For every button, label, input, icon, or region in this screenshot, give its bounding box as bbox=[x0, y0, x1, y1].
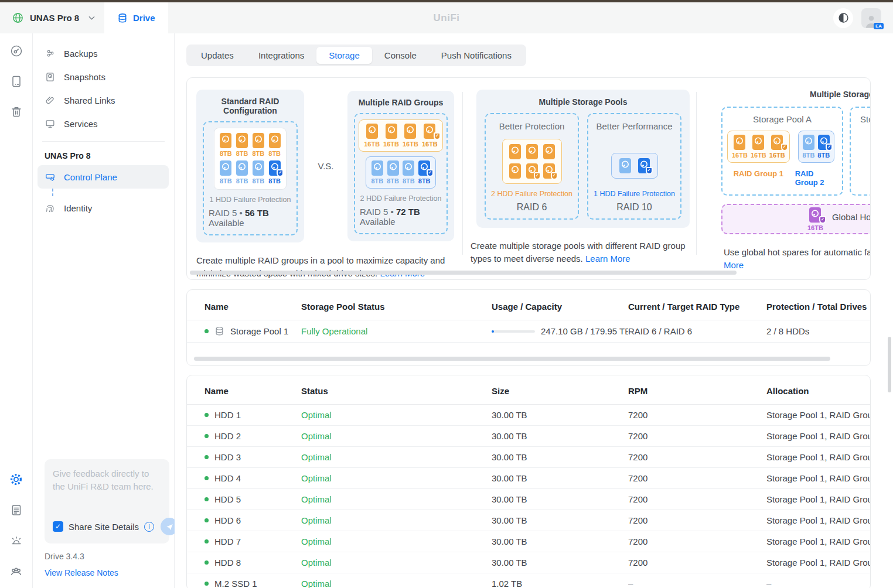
global-hot-spare-panel: Multiple Storage Pools Storage Pool A 16… bbox=[697, 78, 871, 279]
drive-table-row[interactable]: HDD 7Optimal30.00 TB7200Storage Pool 1, … bbox=[187, 531, 870, 552]
drive-allocation: Storage Pool 1, RAID Group 1 bbox=[766, 515, 870, 525]
drive-status: Optimal bbox=[301, 558, 492, 568]
drive-table-row[interactable]: HDD 1Optimal30.00 TB7200Storage Pool 1, … bbox=[187, 405, 870, 426]
drive-table-row[interactable]: M.2 SSD 1Optimal1.02 TB–– bbox=[187, 573, 870, 588]
orange-raid-group: 16TB16TB16TB✓16TB bbox=[359, 119, 443, 152]
drive-icon bbox=[543, 144, 555, 159]
vertical-scrollbar[interactable] bbox=[888, 337, 891, 392]
drive-table-row[interactable]: HDD 5Optimal30.00 TB7200Storage Pool 1, … bbox=[187, 489, 870, 510]
usage-value: 247.10 GB / 179.95 TB bbox=[541, 326, 628, 336]
drive-table-row[interactable]: HDD 3Optimal30.00 TB7200Storage Pool 1, … bbox=[187, 447, 870, 468]
console-switcher[interactable]: UNAS Pro 8 bbox=[0, 12, 104, 24]
raid-type-label: RAID 6 bbox=[517, 202, 547, 213]
feedback-box[interactable]: Give feedback directly to the UniFi R&D … bbox=[45, 459, 169, 543]
share-nodes-icon bbox=[45, 48, 56, 59]
drive-allocation: Storage Pool 1, RAID Group 1 bbox=[766, 494, 870, 504]
usage-progress-bar bbox=[492, 330, 535, 333]
drive-name: HDD 3 bbox=[214, 452, 241, 462]
capacity-label: RAID 5 • 72 TB Available bbox=[360, 207, 442, 227]
globe-icon bbox=[12, 12, 24, 24]
drive-icon bbox=[619, 158, 631, 173]
share-site-label: Share Site Details bbox=[69, 522, 139, 532]
sidebar: Backups Snapshots Shared Links bbox=[33, 33, 175, 588]
drive-rpm: 7200 bbox=[628, 473, 766, 483]
drives-table-header: Name Status Size RPM Allocation bbox=[187, 386, 870, 405]
users-group-icon[interactable] bbox=[9, 564, 23, 579]
tab-console[interactable]: Console bbox=[372, 47, 429, 64]
pool-table-row[interactable]: Storage Pool 1 Fully Operational 247.10 … bbox=[187, 320, 870, 343]
tab-integrations[interactable]: Integrations bbox=[246, 47, 316, 64]
sidebar-item-control-plane[interactable]: Control Plane bbox=[38, 165, 169, 189]
chevron-down-icon[interactable] bbox=[88, 16, 95, 20]
theme-toggle-button[interactable] bbox=[833, 8, 853, 28]
drive-icon: 16TB bbox=[364, 124, 380, 148]
settings-gear-icon[interactable] bbox=[9, 472, 23, 487]
backup-dial-icon[interactable] bbox=[9, 44, 23, 58]
drive-table-row[interactable]: HDD 6Optimal30.00 TB7200Storage Pool 1, … bbox=[187, 510, 870, 531]
drives-table-body: HDD 1Optimal30.00 TB7200Storage Pool 1, … bbox=[187, 405, 870, 588]
drive-grid: ✓✓ bbox=[502, 139, 562, 184]
drive-table-row[interactable]: HDD 8Optimal30.00 TB7200Storage Pool 1, … bbox=[187, 552, 870, 573]
drive-icon: 8TB bbox=[253, 133, 265, 157]
drive-table-row[interactable]: HDD 2Optimal30.00 TB7200Storage Pool 1, … bbox=[187, 426, 870, 447]
status-dot bbox=[204, 434, 209, 438]
drive-icon: 8TB bbox=[268, 133, 281, 157]
clipboard-log-icon[interactable] bbox=[9, 503, 23, 517]
drive-table-row[interactable]: HDD 4Optimal30.00 TB7200Storage Pool 1, … bbox=[187, 468, 870, 489]
drive-size: 30.00 TB bbox=[492, 494, 628, 504]
drive-icon: 8TB bbox=[220, 133, 232, 157]
drive-icon bbox=[526, 144, 538, 159]
drive-icon: 16TB bbox=[403, 124, 418, 148]
multiple-raid-groups-panel: Standard RAID Configuration 8TB8TB8TB8TB… bbox=[187, 78, 462, 279]
share-site-checkbox[interactable]: ✓ bbox=[53, 521, 63, 532]
tile-title: Multiple Storage Pools bbox=[810, 90, 871, 99]
storage-drive-icon[interactable] bbox=[9, 74, 23, 88]
drive-icon: 8TB bbox=[253, 160, 265, 184]
drive-status: Optimal bbox=[301, 431, 492, 441]
drive-icon: 8TB bbox=[236, 160, 248, 184]
drive-allocation: Storage Pool 1, RAID Group 1 bbox=[766, 452, 870, 462]
status-dot bbox=[204, 497, 209, 501]
more-link[interactable]: More bbox=[724, 260, 744, 270]
info-icon[interactable]: i bbox=[144, 522, 154, 532]
drive-size: 30.00 TB bbox=[492, 431, 628, 441]
multiple-storage-pools-panel: Multiple Storage Pools Better Protection… bbox=[463, 78, 696, 279]
drive-size: 30.00 TB bbox=[492, 410, 628, 420]
drive-name: HDD 8 bbox=[214, 558, 241, 568]
sidebar-item-backups[interactable]: Backups bbox=[33, 42, 174, 65]
tab-updates[interactable]: Updates bbox=[189, 47, 246, 64]
sidebar-item-snapshots[interactable]: Snapshots bbox=[33, 65, 174, 88]
tab-push-notifications[interactable]: Push Notifications bbox=[429, 47, 524, 64]
drive-app-tab[interactable]: Drive bbox=[104, 2, 168, 33]
alert-siren-icon[interactable] bbox=[9, 534, 23, 548]
raid-education-card: Standard RAID Configuration 8TB8TB8TB8TB… bbox=[186, 77, 871, 280]
theme-halfmoon-icon bbox=[837, 12, 850, 24]
drive-icon: 16TB bbox=[383, 124, 399, 148]
learn-more-link[interactable]: Learn More bbox=[585, 254, 630, 264]
protection-label: 2 HDD Failure Protection bbox=[360, 194, 442, 203]
sidebar-item-services[interactable]: Services bbox=[33, 112, 174, 135]
raid-groups-description: Create multiple RAID groups in a pool to… bbox=[196, 254, 456, 280]
tile-title: Multiple Storage Pools bbox=[485, 97, 681, 107]
horizontal-scrollbar[interactable] bbox=[190, 271, 737, 275]
hot-spare-description: Use global hot spares for automatic fail… bbox=[724, 246, 871, 272]
tab-storage[interactable]: Storage bbox=[316, 47, 372, 64]
view-release-notes-link[interactable]: View Release Notes bbox=[45, 568, 162, 577]
drive-status: Optimal bbox=[301, 515, 492, 525]
horizontal-scrollbar[interactable] bbox=[194, 357, 830, 361]
sidebar-item-identity[interactable]: Identity bbox=[33, 196, 174, 220]
sidebar-item-shared-links[interactable]: Shared Links bbox=[33, 88, 174, 112]
status-dot bbox=[204, 329, 209, 333]
shield-check-badge: ✓ bbox=[646, 167, 653, 175]
storage-pool-a-box: Storage Pool A 16TB16TB✓16TB RAID Group … bbox=[721, 107, 843, 196]
trash-icon[interactable] bbox=[9, 105, 23, 119]
paperclip-icon bbox=[45, 95, 56, 106]
status-dot bbox=[204, 518, 209, 522]
drive-icon: 16TB bbox=[732, 135, 748, 159]
drive-icon: ✓8TB bbox=[817, 135, 830, 159]
avatar[interactable]: EA bbox=[861, 8, 881, 28]
drives-table-card: Name Status Size RPM Allocation HDD 1Opt… bbox=[186, 375, 871, 588]
pool-name: Storage Pool 1 bbox=[230, 326, 288, 336]
drive-name: HDD 2 bbox=[214, 431, 241, 441]
drive-rpm: – bbox=[628, 579, 766, 588]
